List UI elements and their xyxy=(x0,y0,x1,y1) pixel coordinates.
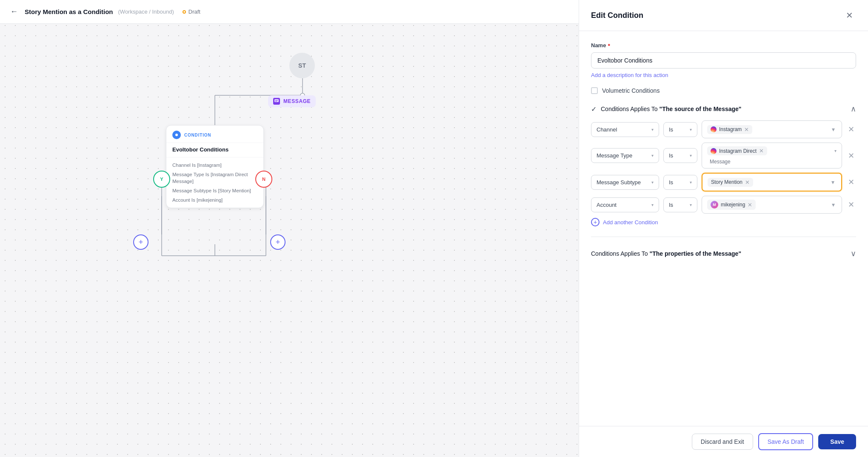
instagram-direct-icon xyxy=(711,148,717,154)
top-bar: ← Story Mention as a Condition (Workspac… xyxy=(0,0,579,24)
account-expand[interactable]: ▾ xyxy=(830,200,837,210)
close-button[interactable]: ✕ xyxy=(842,9,856,22)
discard-button[interactable]: Discard and Exit xyxy=(692,434,753,450)
condition-detail-account: Account Is [mikejening] xyxy=(172,197,257,203)
channel-operator-select[interactable]: Is ▾ xyxy=(663,122,697,137)
account-value-field[interactable]: M mikejening ✕ ▾ xyxy=(702,196,842,214)
page-title: Story Mention as a Condition xyxy=(25,8,113,15)
delete-account-condition[interactable]: ✕ xyxy=(846,198,856,211)
subtype-tag-close[interactable]: ✕ xyxy=(745,179,750,186)
condition-row-channel: Channel ▾ Is ▾ Instagram ✕ ▾ ✕ xyxy=(591,120,856,138)
collapsed-section-header[interactable]: Conditions Applies To "The properties of… xyxy=(591,247,856,260)
account-operator-select[interactable]: Is ▾ xyxy=(663,197,697,212)
expand-section-button[interactable]: ∨ xyxy=(851,249,856,258)
channel-tag-label: Instagram xyxy=(719,126,742,132)
condition-node-details: Channel Is [Instagram] Message Type Is [… xyxy=(166,157,263,208)
msgtype-operator-select[interactable]: Is ▾ xyxy=(663,148,697,163)
name-input[interactable] xyxy=(591,52,856,69)
account-avatar: M xyxy=(711,201,718,209)
channel-value-expand[interactable]: ▾ xyxy=(830,124,837,134)
account-field-select[interactable]: Account ▾ xyxy=(591,197,659,212)
message-node-icon xyxy=(273,98,280,105)
msgtype-tag-row: Instagram Direct ✕ ▾ xyxy=(707,146,837,155)
section-divider xyxy=(591,237,856,237)
message-node[interactable]: MESSAGE xyxy=(268,95,316,107)
condition-row-msgtype: Message Type ▾ Is ▾ Instagram Direct ✕ ▾ xyxy=(591,143,856,169)
condition-node-icon xyxy=(172,131,181,139)
channel-tag-instagram: Instagram ✕ xyxy=(707,125,752,134)
condition-detail-subtype: Message Subtype Is [Story Mention] xyxy=(172,187,257,194)
collapsed-conditions-section: Conditions Applies To "The properties of… xyxy=(591,247,856,260)
account-field-label: Account xyxy=(597,202,617,208)
name-field-label: Name • xyxy=(591,41,856,49)
condition-node[interactable]: CONDITION Evoltobor Conditions Channel I… xyxy=(166,125,264,208)
save-draft-button[interactable]: Save As Draft xyxy=(758,433,814,450)
conditions-applies-text: Conditions Applies To "The source of the… xyxy=(601,106,742,112)
start-node: ST xyxy=(289,53,315,78)
volumetric-checkbox[interactable] xyxy=(591,87,598,94)
volumetric-label: Volumetric Conditions xyxy=(602,87,660,94)
add-button-right[interactable]: + xyxy=(270,234,286,250)
subtype-expand[interactable]: ▾ xyxy=(830,177,836,187)
panel-footer: Discard and Exit Save As Draft Save xyxy=(579,426,868,457)
msgtype-subtext: Message xyxy=(707,159,731,165)
breadcrumb: (Workspace / Inbound) xyxy=(118,9,174,15)
add-button-left[interactable]: + xyxy=(133,234,148,250)
branch-yes-node: Y xyxy=(153,171,170,188)
account-tag-close[interactable]: ✕ xyxy=(748,202,752,208)
instagram-icon xyxy=(711,126,717,132)
subtype-value-field[interactable]: Story Mention ✕ ▾ xyxy=(702,173,842,191)
subtype-tag-label: Story Mention xyxy=(711,179,742,185)
account-tag-label: mikejening xyxy=(721,202,745,208)
panel-header: Edit Condition ✕ xyxy=(579,0,868,31)
channel-field-select[interactable]: Channel ▾ xyxy=(591,122,659,137)
subtype-operator-chevron: ▾ xyxy=(690,180,692,185)
draft-badge: Draft xyxy=(183,9,200,15)
checkmark-icon: ✓ xyxy=(591,105,597,113)
condition-detail-msgtype: Message Type Is [Instagram Direct Messag… xyxy=(172,171,257,185)
flow-canvas: ← Story Mention as a Condition (Workspac… xyxy=(0,0,579,457)
add-condition-button[interactable]: + Add another Condition xyxy=(591,218,856,226)
condition-row-subtype: Message Subtype ▾ Is ▾ Story Mention ✕ ▾… xyxy=(591,173,856,191)
delete-msgtype-condition[interactable]: ✕ xyxy=(846,149,856,162)
msgtype-field-chevron: ▾ xyxy=(651,153,654,158)
msgtype-field-label: Message Type xyxy=(597,152,632,159)
condition-node-label: CONDITION xyxy=(184,133,211,137)
account-field-chevron: ▾ xyxy=(651,203,654,207)
condition-node-header: CONDITION xyxy=(166,126,263,143)
required-indicator: • xyxy=(608,41,610,49)
delete-subtype-condition[interactable]: ✕ xyxy=(846,176,856,189)
channel-tag-close[interactable]: ✕ xyxy=(744,126,749,133)
flow-connectors xyxy=(0,24,579,457)
subtype-operator-select[interactable]: Is ▾ xyxy=(663,175,697,190)
channel-value-field[interactable]: Instagram ✕ ▾ xyxy=(702,120,842,138)
condition-detail-channel: Channel Is [Instagram] xyxy=(172,162,257,169)
msgtype-value-field[interactable]: Instagram Direct ✕ ▾ Message xyxy=(702,143,842,169)
branch-no-node: N xyxy=(255,171,272,188)
account-tag: M mikejening ✕ xyxy=(707,200,756,210)
delete-channel-condition[interactable]: ✕ xyxy=(846,123,856,136)
name-field-group: Name • xyxy=(591,41,856,69)
edit-condition-panel: Edit Condition ✕ Name • Add a descriptio… xyxy=(579,0,868,457)
subtype-field-label: Message Subtype xyxy=(597,179,641,186)
msgtype-expand[interactable]: ▾ xyxy=(834,149,837,153)
add-description-link[interactable]: Add a description for this action xyxy=(591,72,668,78)
msgtype-field-select[interactable]: Message Type ▾ xyxy=(591,148,659,163)
collapsed-section-text: Conditions Applies To "The properties of… xyxy=(591,250,741,257)
conditions-section: ✓ Conditions Applies To "The source of t… xyxy=(591,104,856,226)
save-button[interactable]: Save xyxy=(818,434,856,449)
msgtype-tag: Instagram Direct ✕ xyxy=(707,146,767,155)
collapse-button[interactable]: ∧ xyxy=(851,104,856,114)
channel-field-chevron: ▾ xyxy=(651,127,654,132)
subtype-field-chevron: ▾ xyxy=(651,180,654,185)
conditions-title-left: ✓ Conditions Applies To "The source of t… xyxy=(591,105,742,113)
subtype-operator-label: Is xyxy=(669,179,673,186)
msgtype-operator-chevron: ▾ xyxy=(690,153,692,158)
msgtype-tag-close[interactable]: ✕ xyxy=(759,148,764,154)
back-button[interactable]: ← xyxy=(9,6,20,18)
subtype-field-select[interactable]: Message Subtype ▾ xyxy=(591,175,659,190)
flow-canvas-area: ST xyxy=(0,24,579,457)
msgtype-tag-label: Instagram Direct xyxy=(719,148,757,154)
channel-operator-label: Is xyxy=(669,126,673,133)
account-operator-label: Is xyxy=(669,202,673,208)
